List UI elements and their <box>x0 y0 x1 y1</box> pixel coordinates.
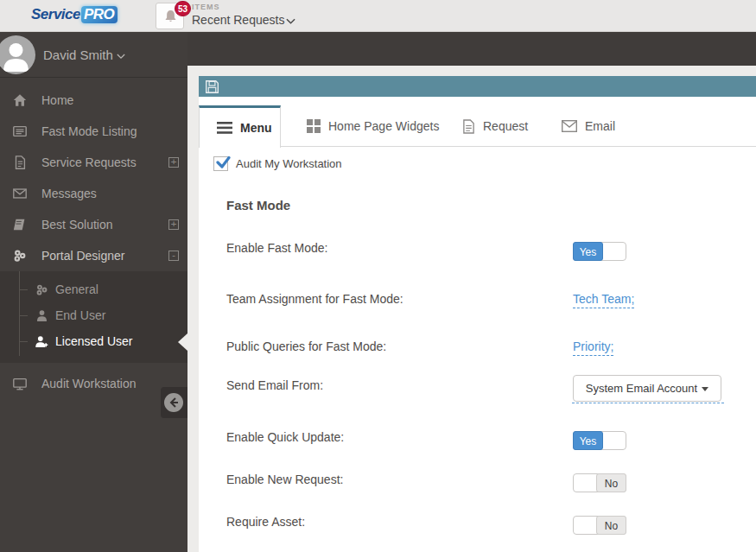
sidebar-item-fast-mode-listing[interactable]: Fast Mode Listing <box>0 116 187 147</box>
sidebar-collapse-button[interactable] <box>161 387 187 418</box>
tab-label: Home Page Widgets <box>328 119 439 133</box>
send-email-from-select[interactable]: System Email Account <box>573 375 721 402</box>
sidebar-subitem-end-user[interactable]: End User <box>0 302 187 328</box>
person-plus-icon <box>35 334 49 349</box>
enable-quick-update-toggle[interactable]: Yes <box>573 431 626 450</box>
save-icon[interactable] <box>205 79 219 94</box>
notification-count-badge: 53 <box>175 1 191 16</box>
monitor-icon <box>12 376 28 391</box>
save-toolbar <box>199 76 756 97</box>
public-queries-label: Public Queries for Fast Mode: <box>226 339 386 353</box>
content-header-strip <box>187 32 756 66</box>
sidebar-item-label: Service Requests <box>41 155 137 169</box>
section-title-fast-mode: Fast Mode <box>226 198 290 213</box>
enable-fast-mode-toggle[interactable]: Yes <box>573 242 626 261</box>
tab-label: Request <box>483 119 528 133</box>
grid-icon <box>307 119 321 133</box>
envelope-icon <box>562 120 577 132</box>
home-icon <box>12 92 28 108</box>
sidebar-item-service-requests[interactable]: Service Requests + <box>0 147 187 178</box>
settings-panel: Menu Home Page Widgets Request Email Aud… <box>199 97 756 552</box>
sidebar-subitem-general[interactable]: General <box>0 276 187 302</box>
sidebar-subitem-licensed-user[interactable]: Licensed User <box>0 328 187 354</box>
enable-fast-mode-label: Enable Fast Mode: <box>226 241 328 255</box>
envelope-icon <box>12 186 28 201</box>
arrow-left-icon <box>168 397 179 408</box>
avatar <box>0 35 35 74</box>
expand-icon[interactable]: + <box>168 157 179 168</box>
sidebar-item-best-solution[interactable]: Best Solution + <box>0 209 187 240</box>
require-asset-label: Require Asset: <box>226 515 305 529</box>
list-icon <box>12 124 28 139</box>
enable-new-request-label: Enable New Request: <box>226 473 343 486</box>
selected-option: System Email Account <box>586 382 697 395</box>
document-icon <box>12 155 28 170</box>
document-icon <box>462 119 475 134</box>
sidebar: David Smith Home Fast Mode Listing Servi… <box>0 32 187 552</box>
sidebar-item-home[interactable]: Home <box>0 85 187 116</box>
sidebar-subitem-label: Licensed User <box>55 334 133 348</box>
active-item-pointer <box>178 333 187 351</box>
book-icon <box>12 217 28 232</box>
user-menu[interactable]: David Smith <box>0 32 187 78</box>
tab-home-page-widgets[interactable]: Home Page Widgets <box>307 105 439 147</box>
checkmark-icon <box>215 155 232 171</box>
hamburger-menu-icon <box>217 122 232 134</box>
toggle-yes-segment: Yes <box>573 431 603 450</box>
sidebar-item-label: Audit Workstation <box>41 377 136 390</box>
top-bar: ServicePRO 53 ITEMS Recent Requests <box>0 0 756 32</box>
toggle-no-segment: No <box>596 473 626 492</box>
sidebar-item-label: Fast Mode Listing <box>41 124 137 138</box>
enable-new-request-toggle[interactable]: No <box>573 473 626 492</box>
sidebar-item-label: Messages <box>41 187 97 200</box>
tab-email[interactable]: Email <box>562 105 615 147</box>
chevron-down-icon <box>286 18 295 25</box>
require-asset-toggle[interactable]: No <box>573 516 626 535</box>
user-name: David Smith <box>43 48 113 62</box>
sidebar-item-portal-designer[interactable]: Portal Designer - <box>0 240 187 271</box>
audit-my-workstation-checkbox[interactable] <box>213 156 228 171</box>
items-label: ITEMS <box>192 3 295 11</box>
toggle-no-segment: No <box>596 516 626 535</box>
servicepro-logo[interactable]: ServicePRO <box>31 6 118 23</box>
team-assignment-label: Team Assignment for Fast Mode: <box>226 292 403 306</box>
logo-text-pro: PRO <box>81 6 118 23</box>
recent-requests-dropdown[interactable]: ITEMS Recent Requests <box>192 3 295 27</box>
priority-link[interactable]: Priority; <box>573 339 613 356</box>
enable-quick-update-label: Enable Quick Update: <box>226 430 344 444</box>
sidebar-item-label: Home <box>41 93 73 107</box>
notifications-button[interactable]: 53 <box>156 3 184 29</box>
sidebar-item-audit-workstation[interactable]: Audit Workstation <box>0 368 187 399</box>
tab-menu[interactable]: Menu <box>199 105 281 148</box>
tab-bar: Menu Home Page Widgets Request Email <box>199 105 756 147</box>
caret-down-icon <box>702 387 708 391</box>
expand-icon[interactable]: + <box>168 219 179 230</box>
tech-team-link[interactable]: Tech Team; <box>573 292 634 308</box>
audit-my-workstation-row: Audit My Workstation <box>213 156 342 171</box>
tab-label: Email <box>585 119 615 133</box>
portal-designer-submenu: General End User Licensed User <box>0 271 187 363</box>
sidebar-item-label: Best Solution <box>41 218 113 232</box>
gears-icon <box>12 248 28 263</box>
tab-label: Menu <box>240 121 272 135</box>
sidebar-item-messages[interactable]: Messages <box>0 178 187 209</box>
sidebar-subitem-label: End User <box>55 308 105 322</box>
chevron-down-icon <box>117 54 125 60</box>
user-silhouette-icon <box>0 35 35 74</box>
sidebar-item-label: Portal Designer <box>41 249 125 263</box>
logo-text-service: Service <box>31 6 80 22</box>
recent-requests-label: Recent Requests <box>192 13 284 27</box>
tab-request[interactable]: Request <box>462 105 528 147</box>
audit-my-workstation-label: Audit My Workstation <box>236 157 342 170</box>
toggle-yes-segment: Yes <box>573 242 603 261</box>
send-email-from-label: Send Email From: <box>226 378 323 392</box>
person-icon <box>35 308 49 323</box>
collapse-icon[interactable]: - <box>168 251 179 261</box>
gears-icon <box>35 282 49 297</box>
sidebar-subitem-label: General <box>55 282 98 296</box>
